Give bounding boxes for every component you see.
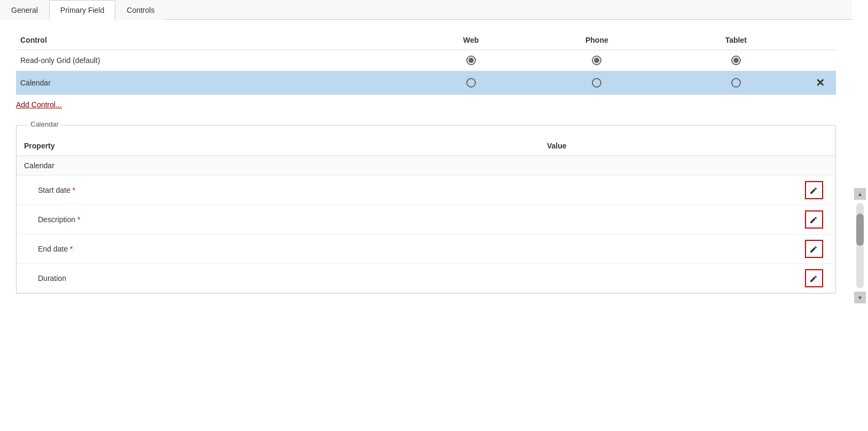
col-header-phone: Phone bbox=[526, 30, 668, 50]
edit-icons-container bbox=[805, 181, 823, 199]
col-header-web: Web bbox=[416, 30, 526, 50]
add-control-link[interactable]: Add Control... bbox=[16, 100, 62, 109]
tab-bar: General Primary Field Controls bbox=[0, 0, 852, 20]
edit-cell-duration bbox=[793, 264, 835, 293]
web-radio-readonly-grid[interactable] bbox=[416, 50, 526, 71]
main-content: Control Web Phone Tablet Read-only Grid … bbox=[0, 20, 852, 304]
table-row: Calendar ✕ bbox=[16, 71, 836, 95]
col-header-control: Control bbox=[16, 30, 416, 50]
col-header-value: Value bbox=[539, 136, 793, 156]
scroll-up-button[interactable]: ▲ bbox=[854, 188, 866, 200]
property-label-duration: Duration bbox=[17, 264, 539, 293]
property-row-description: Description * bbox=[17, 205, 835, 234]
property-label-end-date: End date * bbox=[17, 234, 539, 264]
control-name-readonly-grid: Read-only Grid (default) bbox=[16, 50, 416, 71]
edit-cell-start-date bbox=[793, 176, 835, 205]
radio-icon[interactable] bbox=[592, 56, 601, 65]
edit-icons-container bbox=[805, 240, 823, 258]
tab-primary-field[interactable]: Primary Field bbox=[49, 0, 115, 20]
edit-icons-container bbox=[805, 210, 823, 229]
required-indicator: * bbox=[77, 215, 80, 224]
required-indicator: * bbox=[70, 245, 73, 253]
controls-table: Control Web Phone Tablet Read-only Grid … bbox=[16, 30, 836, 95]
calendar-properties-section: Calendar Property Value Calendar bbox=[16, 125, 836, 294]
edit-button-end-date[interactable] bbox=[808, 243, 820, 255]
property-value-end-date bbox=[539, 234, 793, 264]
property-row-start-date: Start date * bbox=[17, 176, 835, 205]
scroll-thumb[interactable] bbox=[856, 214, 864, 246]
property-group-calendar: Calendar bbox=[17, 156, 835, 176]
scroll-down-button[interactable]: ▼ bbox=[854, 292, 866, 303]
col-header-tablet: Tablet bbox=[668, 30, 804, 50]
radio-icon[interactable] bbox=[731, 78, 741, 88]
radio-icon[interactable] bbox=[466, 78, 476, 88]
property-value-duration bbox=[539, 264, 793, 293]
tablet-radio-readonly-grid[interactable] bbox=[668, 50, 804, 71]
radio-icon[interactable] bbox=[731, 56, 741, 65]
phone-radio-calendar[interactable] bbox=[526, 71, 668, 95]
tab-general[interactable]: General bbox=[0, 0, 49, 20]
tab-controls[interactable]: Controls bbox=[115, 0, 166, 20]
edit-cell-description bbox=[793, 205, 835, 234]
property-group-label: Calendar bbox=[17, 156, 793, 176]
property-value-start-date bbox=[539, 176, 793, 205]
delete-calendar-cell: ✕ bbox=[804, 71, 836, 95]
edit-cell-end-date bbox=[793, 234, 835, 264]
required-indicator: * bbox=[73, 186, 75, 194]
property-row-duration: Duration bbox=[17, 264, 835, 293]
edit-icons-container bbox=[805, 269, 823, 287]
web-radio-calendar[interactable] bbox=[416, 71, 526, 95]
property-value-description bbox=[539, 205, 793, 234]
calendar-section-legend: Calendar bbox=[27, 120, 62, 128]
edit-button-description[interactable] bbox=[808, 214, 820, 225]
radio-icon[interactable] bbox=[592, 78, 601, 88]
radio-icon[interactable] bbox=[466, 56, 476, 65]
control-name-calendar: Calendar bbox=[16, 71, 416, 95]
edit-button-start-date[interactable] bbox=[808, 184, 820, 196]
scroll-track[interactable] bbox=[856, 203, 864, 288]
scrollbar: ▲ ▼ bbox=[852, 0, 868, 304]
col-header-property: Property bbox=[17, 136, 539, 156]
edit-button-duration[interactable] bbox=[808, 272, 820, 284]
phone-radio-readonly-grid[interactable] bbox=[526, 50, 668, 71]
property-label-description: Description * bbox=[17, 205, 539, 234]
property-row-end-date: End date * bbox=[17, 234, 835, 264]
tablet-radio-calendar[interactable] bbox=[668, 71, 804, 95]
delete-calendar-button[interactable]: ✕ bbox=[816, 77, 825, 89]
property-label-start-date: Start date * bbox=[17, 176, 539, 205]
table-row: Read-only Grid (default) bbox=[16, 50, 836, 71]
properties-table: Property Value Calendar Start date bbox=[17, 136, 835, 293]
